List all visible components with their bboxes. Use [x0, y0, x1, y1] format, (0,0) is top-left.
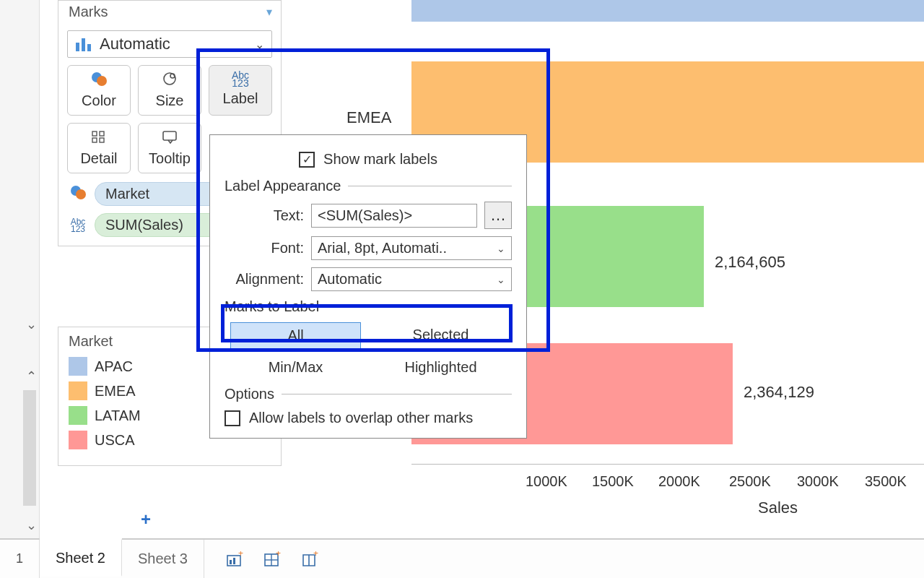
- new-worksheet-button[interactable]: +: [226, 551, 245, 567]
- overlap-row[interactable]: Allow labels to overlap other marks: [225, 410, 512, 426]
- color-button-label: Color: [82, 92, 116, 108]
- svg-rect-16: [233, 558, 235, 564]
- svg-text:+: +: [238, 551, 243, 558]
- show-mark-labels-row[interactable]: ✓ Show mark labels: [225, 151, 512, 168]
- section-label-appearance: Label Appearance: [225, 178, 512, 194]
- chevron-up-icon[interactable]: ⌃: [26, 368, 37, 384]
- tab-sheet-3[interactable]: Sheet 3: [122, 540, 204, 578]
- alignment-row: Alignment: Automatic ⌄: [225, 267, 512, 291]
- tooltip-button[interactable]: Tooltip: [138, 123, 201, 173]
- svg-rect-15: [230, 560, 232, 564]
- svg-text:+: +: [313, 551, 318, 558]
- color-button[interactable]: Color: [67, 65, 131, 116]
- alignment-dropdown[interactable]: Automatic ⌄: [311, 267, 512, 291]
- bar-apac[interactable]: [411, 0, 924, 22]
- checkbox-checked-icon[interactable]: ✓: [299, 152, 315, 168]
- x-tick: 3000K: [797, 473, 839, 490]
- scrollbar-thumb[interactable]: [23, 390, 36, 506]
- new-object-buttons: + + +: [204, 540, 320, 578]
- color-icon: [67, 185, 89, 203]
- section-title-text: Marks to Label: [225, 298, 319, 315]
- label-icon: Abc123: [67, 218, 89, 233]
- show-mark-labels-label: Show mark labels: [323, 151, 437, 168]
- add-icon[interactable]: +: [141, 509, 151, 530]
- chevron-down-icon: ⌄: [497, 243, 505, 254]
- text-label: Text:: [225, 207, 304, 224]
- seg-selected[interactable]: Selected: [375, 322, 506, 349]
- checkbox-unchecked-icon[interactable]: [225, 410, 240, 426]
- alignment-value: Automatic: [318, 271, 382, 288]
- x-tick: 1000K: [526, 473, 567, 490]
- left-scroll-rail: ⌄ ⌃ ⌄: [0, 0, 40, 538]
- label-options-popup: ✓ Show mark labels Label Appearance Text…: [209, 134, 527, 439]
- label-button-label: Label: [223, 90, 258, 106]
- mark-type-dropdown[interactable]: Automatic ⌄: [67, 30, 272, 58]
- detail-button-label: Detail: [80, 150, 117, 166]
- label-button[interactable]: Abc123 Label: [209, 65, 272, 116]
- detail-icon: [69, 129, 128, 147]
- x-axis-title: Sales: [758, 499, 798, 517]
- font-row: Font: Arial, 8pt, Automati.. ⌄: [225, 236, 512, 260]
- swatch: [69, 406, 87, 425]
- chevron-down-icon: ⌄: [497, 274, 505, 285]
- section-options: Options: [225, 386, 512, 402]
- sheet-tab-bar: 1 Sheet 2 Sheet 3 + + +: [0, 538, 924, 578]
- svg-rect-7: [92, 131, 97, 136]
- new-story-button[interactable]: +: [301, 551, 320, 567]
- x-tick: 1500K: [592, 473, 634, 490]
- marks-card-title: Marks: [69, 4, 108, 20]
- font-dropdown[interactable]: Arial, 8pt, Automati.. ⌄: [311, 236, 512, 260]
- card-menu-icon[interactable]: ▾: [266, 5, 272, 19]
- legend-label: EMEA: [95, 383, 136, 400]
- text-edit-button[interactable]: …: [484, 202, 512, 229]
- size-icon: [140, 72, 199, 90]
- legend-label: LATAM: [95, 407, 141, 424]
- svg-rect-10: [100, 138, 104, 142]
- chevron-down-icon[interactable]: ⌄: [26, 316, 37, 332]
- x-tick: 3500K: [865, 473, 907, 490]
- font-value: Arial, 8pt, Automati..: [318, 240, 447, 256]
- size-button[interactable]: Size: [138, 65, 201, 116]
- chevron-down-icon[interactable]: ⌄: [26, 517, 37, 533]
- section-title-text: Label Appearance: [225, 178, 341, 194]
- font-label: Font:: [225, 240, 304, 256]
- marks-card-title-row: Marks ▾: [58, 1, 281, 25]
- svg-rect-0: [76, 43, 79, 51]
- tooltip-button-label: Tooltip: [149, 150, 191, 166]
- bar-chart-icon: [75, 37, 92, 51]
- legend-label: USCA: [95, 432, 135, 449]
- detail-button[interactable]: Detail: [67, 123, 131, 173]
- color-icon: [69, 72, 128, 90]
- legend-label: APAC: [95, 358, 133, 375]
- row-header-emea: EMEA: [346, 108, 391, 127]
- svg-rect-8: [100, 131, 104, 136]
- bar-label-latam: 2,164,605: [715, 253, 785, 272]
- tab-sheet-2[interactable]: Sheet 2: [40, 538, 122, 577]
- svg-rect-11: [163, 131, 176, 140]
- size-button-label: Size: [156, 92, 184, 108]
- section-marks-to-label: Marks to Label: [225, 298, 512, 315]
- text-row: Text: <SUM(Sales)> …: [225, 202, 512, 229]
- swatch: [69, 381, 87, 400]
- seg-minmax[interactable]: Min/Max: [230, 355, 361, 380]
- swatch: [69, 357, 87, 376]
- tooltip-icon: [140, 129, 199, 147]
- section-title-text: Options: [225, 386, 274, 402]
- alignment-label: Alignment:: [225, 271, 304, 288]
- svg-rect-9: [92, 138, 97, 142]
- marks-to-label-options: All Selected Min/Max Highlighted: [230, 322, 506, 380]
- new-dashboard-button[interactable]: +: [263, 551, 282, 567]
- chevron-down-icon: ⌄: [255, 38, 264, 51]
- seg-highlighted[interactable]: Highlighted: [375, 355, 506, 380]
- label-icon: Abc123: [211, 72, 270, 87]
- bar-label-usca: 2,364,129: [744, 383, 814, 402]
- svg-point-13: [76, 189, 86, 199]
- seg-all[interactable]: All: [230, 322, 361, 349]
- svg-rect-1: [82, 38, 85, 51]
- svg-text:+: +: [276, 551, 281, 558]
- x-axis-line: [411, 464, 924, 465]
- svg-point-4: [97, 76, 107, 86]
- mark-type-label: Automatic: [100, 35, 170, 53]
- x-tick: 2500K: [729, 473, 771, 490]
- label-text-input[interactable]: <SUM(Sales)>: [311, 204, 477, 228]
